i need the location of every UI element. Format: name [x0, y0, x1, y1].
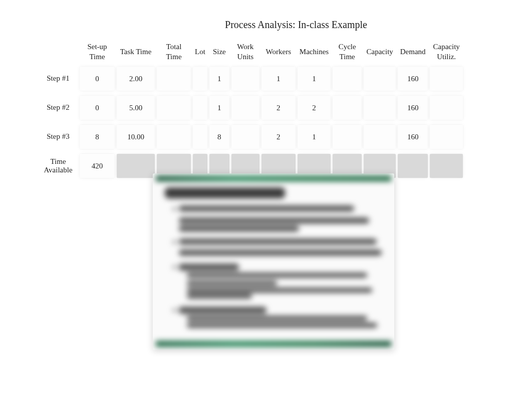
cell-time-demand	[398, 154, 428, 178]
cell-step1-lot	[193, 67, 207, 91]
slide-top-bar	[156, 175, 391, 181]
header-workers: Workers	[260, 40, 297, 64]
table-row: Step #2 0 5.00 1 2 2 160	[38, 93, 464, 122]
blur-line	[187, 294, 252, 299]
row-label-step2: Step #2	[38, 93, 79, 122]
cell-step3-util	[430, 125, 463, 149]
bullet-icon	[173, 241, 176, 244]
row-label-step1: Step #1	[38, 64, 79, 93]
header-setup: Set-up Time	[79, 40, 116, 64]
cell-step1-capacity	[364, 67, 396, 91]
row-label-step3: Step #3	[38, 122, 79, 151]
cell-step3-cycle	[333, 125, 362, 149]
table-header-row: Set-up Time Task Time Total Time Lot Siz…	[38, 40, 464, 64]
table-row: Step #3 8 10.00 8 2 1 160	[38, 122, 464, 151]
blur-line	[179, 239, 377, 245]
cell-step1-size: 1	[209, 67, 229, 91]
cell-step3-setup: 8	[80, 125, 115, 149]
blur-line	[187, 316, 367, 321]
header-machines: Machines	[297, 40, 332, 64]
header-demand: Demand	[397, 40, 429, 64]
cell-step3-workers: 2	[261, 125, 296, 149]
analysis-table: Set-up Time Task Time Total Time Lot Siz…	[38, 40, 464, 180]
cell-step3-work	[231, 125, 259, 149]
cell-step2-lot	[193, 96, 207, 120]
blur-line	[187, 288, 372, 293]
cell-step1-setup: 0	[80, 67, 115, 91]
header-lot: Lot	[192, 40, 208, 64]
blur-line	[179, 307, 267, 314]
blur-line	[179, 250, 382, 256]
bullet-icon	[173, 309, 176, 312]
cell-time-task	[117, 154, 155, 178]
cell-time-util	[430, 154, 463, 178]
cell-step1-total	[157, 67, 191, 91]
cell-step2-machines: 2	[298, 96, 331, 120]
cell-step3-size: 8	[209, 125, 229, 149]
cell-step3-total	[157, 125, 191, 149]
header-cycle: Cycle Time	[332, 40, 363, 64]
cell-step1-cycle	[333, 67, 362, 91]
blurred-slide-preview	[153, 173, 394, 350]
header-blank	[38, 40, 79, 64]
cell-step3-lot	[193, 125, 207, 149]
cell-step2-workers: 2	[261, 96, 296, 120]
cell-step2-task: 5.00	[117, 96, 155, 120]
slide-bottom-bar	[156, 341, 391, 347]
slide-heading-blur	[165, 187, 285, 198]
bullet-icon	[173, 266, 176, 269]
table-row: Step #1 0 2.00 1 1 1 160	[38, 64, 464, 93]
cell-step1-util	[430, 67, 463, 91]
header-util: Capacity Utiliz.	[429, 40, 464, 64]
header-work: Work Units	[230, 40, 260, 64]
cell-step2-size: 1	[209, 96, 229, 120]
blur-line	[187, 281, 277, 286]
blur-line	[187, 323, 377, 328]
cell-step2-work	[231, 96, 259, 120]
cell-step1-workers: 1	[261, 67, 296, 91]
cell-step3-task: 10.00	[117, 125, 155, 149]
cell-step2-capacity	[364, 96, 396, 120]
cell-step2-total	[157, 96, 191, 120]
cell-step2-cycle	[333, 96, 362, 120]
cell-step1-work	[231, 67, 259, 91]
header-capacity: Capacity	[363, 40, 397, 64]
header-size: Size	[208, 40, 230, 64]
blur-line	[179, 218, 369, 224]
cell-step2-util	[430, 96, 463, 120]
cell-step2-demand: 160	[398, 96, 428, 120]
cell-step2-setup: 0	[80, 96, 115, 120]
page-title: Process Analysis: In-class Example	[0, 19, 532, 31]
blur-line	[187, 273, 367, 278]
cell-step3-demand: 160	[398, 125, 428, 149]
cell-step3-machines: 1	[298, 125, 331, 149]
header-task: Task Time	[116, 40, 156, 64]
cell-time-setup: 420	[80, 154, 115, 178]
row-label-time: Time Available	[38, 151, 79, 180]
cell-step1-task: 2.00	[117, 67, 155, 91]
blur-line	[179, 226, 299, 232]
blur-line	[179, 264, 239, 271]
bullet-icon	[173, 208, 176, 211]
cell-step1-machines: 1	[298, 67, 331, 91]
header-total: Total Time	[156, 40, 192, 64]
blur-line	[179, 205, 354, 212]
cell-step3-capacity	[364, 125, 396, 149]
cell-step1-demand: 160	[398, 67, 428, 91]
